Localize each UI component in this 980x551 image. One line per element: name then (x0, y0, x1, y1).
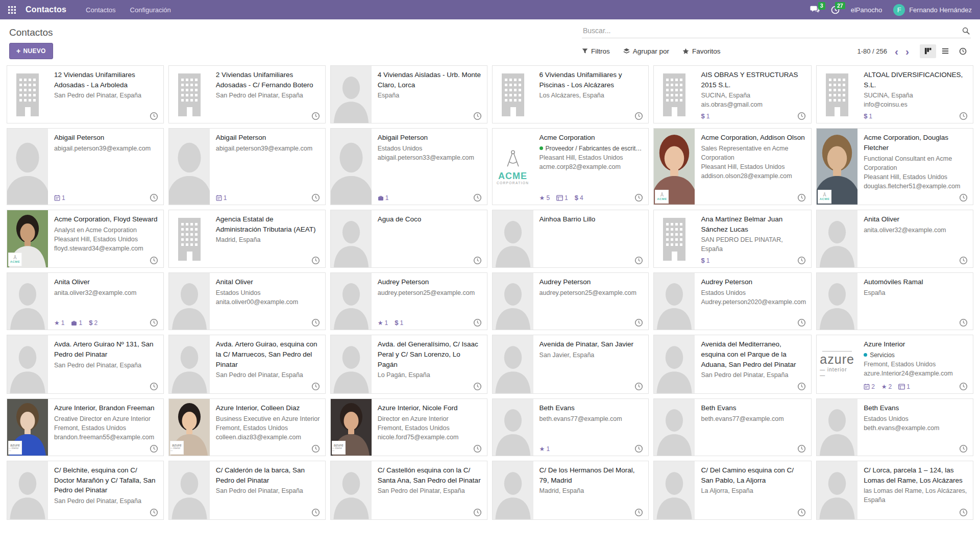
favorites-button[interactable]: Favoritos (682, 47, 721, 55)
contact-card[interactable]: Audrey Peterson audrey.peterson25@exampl… (492, 272, 649, 330)
schedule-activity-button[interactable] (634, 256, 643, 265)
contact-card[interactable]: AIS OBRAS Y ESTRUCTURAS 2015 S.L. SUCINA… (653, 65, 812, 123)
contact-card[interactable]: C/ De los Hermanos Del Moral, 79, Madrid… (492, 461, 649, 520)
apps-grid-icon[interactable] (8, 5, 18, 15)
new-contact-button[interactable]: + NUEVO (9, 43, 53, 59)
schedule-activity-button[interactable] (797, 112, 806, 120)
contact-card[interactable]: ÅACME Acme Corporation, Floyd Steward An… (7, 210, 164, 268)
schedule-activity-button[interactable] (311, 444, 320, 453)
contact-card[interactable]: C/ Calderón de la barca, San Pedro del P… (168, 461, 326, 520)
contact-card[interactable]: ÅACME Acme Corporation, Addison Olson Sa… (653, 128, 812, 205)
schedule-activity-button[interactable] (959, 256, 968, 265)
contact-card[interactable]: C/ Del Camino esquina con C/ San Pablo, … (653, 461, 812, 520)
user-menu[interactable]: F Fernando Hernández (893, 4, 972, 16)
contact-card[interactable]: Agencia Estatal de Administración Tribut… (168, 210, 326, 268)
schedule-activity-button[interactable] (634, 112, 643, 120)
contact-card[interactable]: Audrey Peterson Estados UnidosAudrey.pet… (653, 272, 812, 330)
schedule-activity-button[interactable] (150, 318, 158, 327)
schedule-activity-button[interactable] (473, 508, 482, 517)
schedule-activity-button[interactable] (959, 112, 968, 120)
search-input[interactable] (583, 27, 962, 35)
schedule-activity-button[interactable] (634, 382, 643, 391)
pager-next-button[interactable]: › (903, 46, 912, 57)
contact-card[interactable]: Anita Oliver anita.oliver32@example.com (816, 210, 973, 268)
company-switcher[interactable]: elPanocho (851, 6, 882, 14)
contact-card[interactable]: azure — interior — Azure Interior Servic… (816, 335, 973, 394)
schedule-activity-button[interactable] (150, 444, 158, 453)
contact-card[interactable]: 6 Viviendas Unifamiliares y Piscinas - L… (492, 65, 649, 123)
contact-card[interactable]: azure— interior — Azure Interior, Brando… (7, 398, 164, 456)
activity-view-button[interactable] (954, 44, 971, 58)
contact-card[interactable]: azure— interior — Azure Interior, Nicole… (330, 398, 487, 456)
schedule-activity-button[interactable] (959, 193, 968, 202)
contact-card[interactable]: Anita Oliver anita.oliver32@example.com … (7, 272, 164, 330)
schedule-activity-button[interactable] (150, 256, 158, 265)
contact-card[interactable]: ÅACME Acme Corporation, Douglas Fletcher… (816, 128, 973, 205)
schedule-activity-button[interactable] (150, 193, 158, 202)
schedule-activity-button[interactable] (634, 193, 643, 202)
schedule-activity-button[interactable] (311, 382, 320, 391)
schedule-activity-button[interactable] (150, 382, 158, 391)
pager-previous-button[interactable]: ‹ (892, 46, 901, 57)
contact-card[interactable]: Agua de Coco (330, 210, 487, 268)
contact-card[interactable]: Ana Martínez Belmar Juan Sánchez Lucas S… (653, 210, 812, 268)
contact-card[interactable]: Ainhoa Barrio Lillo (492, 210, 649, 268)
contact-card[interactable]: 4 Viviendas Aisladas - Urb. Monte Claro,… (330, 65, 487, 123)
search-icon[interactable] (962, 27, 970, 35)
menu-contactos[interactable]: Contactos (80, 1, 122, 19)
filters-button[interactable]: Filtros (582, 47, 610, 55)
contact-card[interactable]: C/ Lorca, parcela 1 – 124, las Lomas del… (816, 461, 973, 520)
kanban-view-button[interactable] (920, 44, 936, 58)
contact-card[interactable]: Avda. del Generalísimo, C/ Isaac Peral y… (330, 335, 487, 394)
schedule-activity-button[interactable] (634, 508, 643, 517)
contact-card[interactable]: Abigail Peterson abigail.peterson39@exam… (7, 128, 164, 205)
list-view-button[interactable] (937, 44, 953, 58)
contact-card[interactable]: Avenida de Pinatar, San Javier San Javie… (492, 335, 649, 394)
app-brand[interactable]: Contactos (26, 5, 66, 14)
schedule-activity-button[interactable] (150, 508, 158, 517)
contact-card[interactable]: Beth Evans beth.evans77@example.com (653, 398, 812, 456)
contact-card[interactable]: Avda. Artero Guirao Nº 131, San Pedro de… (7, 335, 164, 394)
schedule-activity-button[interactable] (959, 382, 968, 391)
contact-card[interactable]: C/ Castellón esquina con la C/ Santa Ana… (330, 461, 487, 520)
contact-card[interactable]: Avda. Artero Guirao, esquina con la C/ M… (168, 335, 326, 394)
schedule-activity-button[interactable] (473, 193, 482, 202)
contact-card[interactable]: ACMECORPORATION Acme Corporation Proveed… (492, 128, 649, 205)
schedule-activity-button[interactable] (959, 444, 968, 453)
schedule-activity-button[interactable] (797, 382, 806, 391)
schedule-activity-button[interactable] (797, 444, 806, 453)
schedule-activity-button[interactable] (150, 112, 158, 120)
schedule-activity-button[interactable] (634, 444, 643, 453)
schedule-activity-button[interactable] (473, 112, 482, 120)
contact-card[interactable]: Beth Evans Estados Unidosbeth.evans@exam… (816, 398, 973, 456)
schedule-activity-button[interactable] (797, 256, 806, 265)
schedule-activity-button[interactable] (473, 256, 482, 265)
contact-card[interactable]: azure— interior — Azure Interior, Collee… (168, 398, 326, 456)
menu-configuracion[interactable]: Configuración (124, 1, 177, 19)
contact-card[interactable]: Abigail Peterson Estados Unidosabigail.p… (330, 128, 487, 205)
schedule-activity-button[interactable] (311, 256, 320, 265)
schedule-activity-button[interactable] (797, 508, 806, 517)
schedule-activity-button[interactable] (473, 318, 482, 327)
group-by-button[interactable]: Agrupar por (623, 47, 669, 55)
schedule-activity-button[interactable] (473, 382, 482, 391)
activities-icon[interactable]: 27 (831, 6, 840, 14)
schedule-activity-button[interactable] (797, 318, 806, 327)
contact-card[interactable]: Abigail Peterson abigail.peterson39@exam… (168, 128, 326, 205)
contact-card[interactable]: ALTOAL DIVERSIFICACIONES, S.L. SUCINA, E… (816, 65, 973, 123)
pager-range[interactable]: 1-80 / 256 (857, 47, 887, 55)
schedule-activity-button[interactable] (311, 508, 320, 517)
contact-card[interactable]: Automóviles Ramal España (816, 272, 973, 330)
schedule-activity-button[interactable] (311, 318, 320, 327)
schedule-activity-button[interactable] (311, 193, 320, 202)
contact-card[interactable]: Beth Evans beth.evans77@example.com ★1 (492, 398, 649, 456)
schedule-activity-button[interactable] (634, 318, 643, 327)
contact-card[interactable]: Avenida del Mediterraneo, esquina con el… (653, 335, 812, 394)
schedule-activity-button[interactable] (959, 508, 968, 517)
contact-card[interactable]: 12 Viviendas Unifamiliares Adosadas - La… (7, 65, 164, 123)
contact-card[interactable]: 2 Viviendas Unifamiliares Adosadas - C/ … (168, 65, 326, 123)
contact-card[interactable]: Audrey Peterson audrey.peterson25@exampl… (330, 272, 487, 330)
schedule-activity-button[interactable] (797, 193, 806, 202)
contact-card[interactable]: C/ Belchite, esquina con C/ Doctor Marañ… (7, 461, 164, 520)
schedule-activity-button[interactable] (959, 318, 968, 327)
